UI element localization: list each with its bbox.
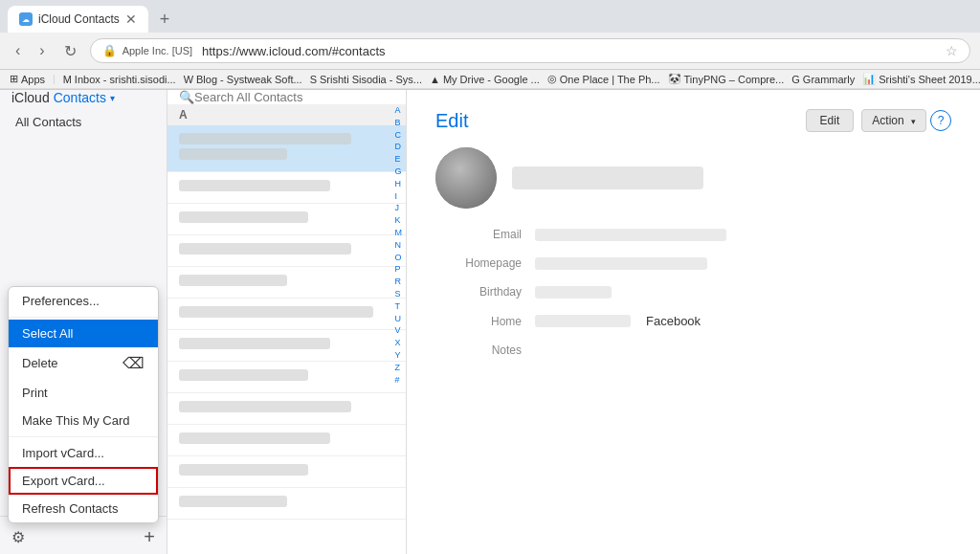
context-menu: Preferences... Select All Delete ⌫ Print… — [8, 286, 159, 523]
menu-select-all[interactable]: Select All — [9, 320, 158, 347]
alpha-D[interactable]: D — [393, 141, 405, 153]
menu-delete[interactable]: Delete ⌫ — [9, 347, 158, 379]
alpha-T[interactable]: T — [393, 300, 405, 313]
contact-item-8[interactable] — [167, 362, 406, 393]
notes-label: Notes — [435, 343, 522, 357]
alpha-V[interactable]: V — [393, 324, 405, 337]
contact-item-1[interactable] — [167, 125, 406, 172]
lock-icon: 🔒 — [102, 44, 117, 57]
alpha-H[interactable]: H — [393, 178, 405, 190]
contact-name-blur — [179, 464, 308, 476]
back-button[interactable]: ‹ — [10, 40, 26, 61]
bookmark-blog[interactable]: W Blog - Systweak Soft... — [184, 74, 302, 85]
alpha-J[interactable]: J — [393, 202, 405, 214]
contact-list: 🔍 A — [167, 90, 407, 554]
contact-detail-header — [435, 147, 951, 209]
menu-preferences[interactable]: Preferences... — [9, 287, 158, 315]
menu-export-vcard[interactable]: Export vCard... — [9, 467, 158, 495]
email-value — [535, 229, 726, 241]
contact-item-5[interactable] — [167, 267, 406, 299]
bookmark-star-icon[interactable]: ☆ — [946, 43, 958, 58]
help-button[interactable]: ? — [930, 110, 951, 131]
email-field-row: Email — [435, 228, 951, 241]
alpha-C[interactable]: C — [393, 129, 405, 142]
contacts-label: Contacts — [54, 90, 106, 105]
new-tab-button[interactable]: + — [152, 10, 178, 30]
alpha-R[interactable]: R — [393, 276, 405, 288]
facebook-label: Facebook — [646, 314, 701, 328]
address-bar[interactable]: 🔒 Apple Inc. [US] https://www.icloud.com… — [90, 38, 970, 63]
tab-close-button[interactable]: ✕ — [125, 11, 137, 27]
alpha-hash[interactable]: # — [393, 374, 405, 387]
gear-button[interactable]: ⚙ — [11, 528, 25, 546]
birthday-field-row: Birthday — [435, 285, 951, 299]
menu-print[interactable]: Print — [9, 379, 158, 407]
alpha-I[interactable]: I — [393, 190, 405, 203]
contact-item-3[interactable] — [167, 204, 406, 235]
contact-name-blur — [179, 369, 308, 381]
refresh-button[interactable]: ↻ — [58, 40, 82, 62]
app-title: iCloud Contacts ▾ — [11, 90, 115, 105]
alpha-X[interactable]: X — [393, 337, 405, 349]
contact-name-blur — [179, 432, 330, 444]
alpha-Z[interactable]: Z — [393, 362, 405, 374]
bookmark-sheet[interactable]: 📊 Srishti's Sheet 2019... — [862, 73, 980, 85]
menu-refresh-contacts[interactable]: Refresh Contacts — [9, 495, 158, 522]
contact-item-6[interactable] — [167, 299, 406, 330]
birthday-value — [535, 286, 612, 299]
active-tab[interactable]: ☁ iCloud Contacts ✕ — [8, 6, 148, 33]
contact-name-blur — [179, 180, 330, 191]
alpha-A[interactable]: A — [393, 104, 405, 117]
contact-name-blur — [179, 148, 287, 160]
alpha-G[interactable]: G — [393, 166, 405, 178]
bookmark-srishti[interactable]: S Srishti Sisodia - Sys... — [310, 74, 422, 85]
alpha-N[interactable]: N — [393, 239, 405, 252]
bookmark-drive[interactable]: ▲ My Drive - Google ... — [430, 74, 540, 85]
bookmark-apps[interactable]: ⊞ Apps — [10, 73, 45, 85]
chevron-down-icon[interactable]: ▾ — [110, 93, 115, 103]
bookmark-grammarly[interactable]: G Grammarly — [791, 74, 855, 85]
search-bar: 🔍 — [167, 90, 407, 104]
tab-bar: ☁ iCloud Contacts ✕ + — [0, 0, 980, 33]
alpha-U[interactable]: U — [393, 313, 405, 325]
contact-item-2[interactable] — [167, 172, 406, 204]
action-dropdown[interactable]: Action ▾ — [861, 109, 926, 132]
contact-item-10[interactable] — [167, 425, 406, 456]
homepage-field-row: Homepage — [435, 256, 951, 270]
contact-item-11[interactable] — [167, 456, 406, 488]
alpha-P[interactable]: P — [393, 263, 405, 276]
alphabet-nav: A B C D E G H I J K M N O P R S T U V X — [393, 104, 405, 386]
alpha-K[interactable]: K — [393, 214, 405, 227]
bookmark-inbox[interactable]: M Inbox - srishti.sisodi... — [63, 74, 176, 85]
edit-title: Edit — [435, 110, 468, 132]
home-value — [535, 315, 631, 327]
alpha-B[interactable]: B — [393, 117, 405, 129]
add-contact-button[interactable]: + — [144, 526, 155, 548]
menu-make-my-card[interactable]: Make This My Card — [9, 407, 158, 434]
bookmark-tinypng[interactable]: 🐼 TinyPNG – Compre... — [668, 73, 785, 85]
contact-item-4[interactable] — [167, 235, 406, 267]
menu-import-vcard[interactable]: Import vCard... — [9, 439, 158, 467]
alpha-O[interactable]: O — [393, 252, 405, 264]
alpha-E[interactable]: E — [393, 153, 405, 166]
section-a-label: A — [167, 104, 406, 125]
tab-title: iCloud Contacts — [38, 12, 120, 26]
forward-button[interactable]: › — [33, 40, 50, 61]
contact-name-blur — [179, 338, 330, 349]
contact-item-9[interactable] — [167, 393, 406, 425]
all-contacts-item[interactable]: All Contacts — [0, 105, 167, 139]
contact-item-12[interactable] — [167, 488, 406, 520]
birthday-label: Birthday — [435, 285, 522, 299]
bookmark-oneplace[interactable]: ◎ One Place | The Ph... — [547, 73, 660, 85]
contacts-scroll: A — [167, 104, 406, 554]
alpha-S[interactable]: S — [393, 288, 405, 300]
sidebar: iCloud Contacts ▾ All Contacts Preferenc… — [0, 90, 167, 554]
alpha-Y[interactable]: Y — [393, 349, 405, 362]
action-dropdown-label: Action — [872, 114, 903, 127]
contact-name-blur — [179, 243, 351, 255]
contact-name-blur — [179, 401, 351, 412]
edit-button[interactable]: Edit — [806, 109, 855, 132]
contact-item-7[interactable] — [167, 330, 406, 362]
alpha-M[interactable]: M — [393, 227, 405, 239]
search-input[interactable] — [194, 90, 394, 104]
